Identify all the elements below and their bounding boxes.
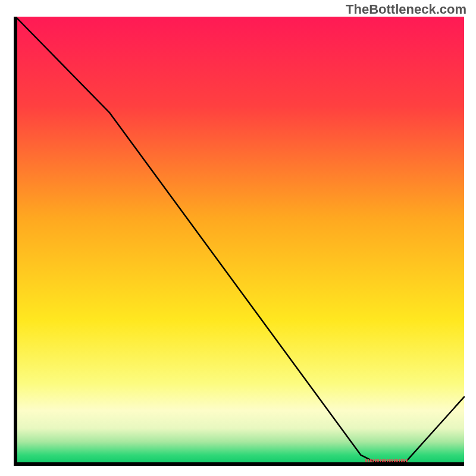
gradient-background: [15, 17, 464, 464]
watermark-text: TheBottleneck.com: [346, 2, 466, 17]
bottleneck-chart: [13, 17, 466, 467]
chart-container: [13, 17, 466, 467]
